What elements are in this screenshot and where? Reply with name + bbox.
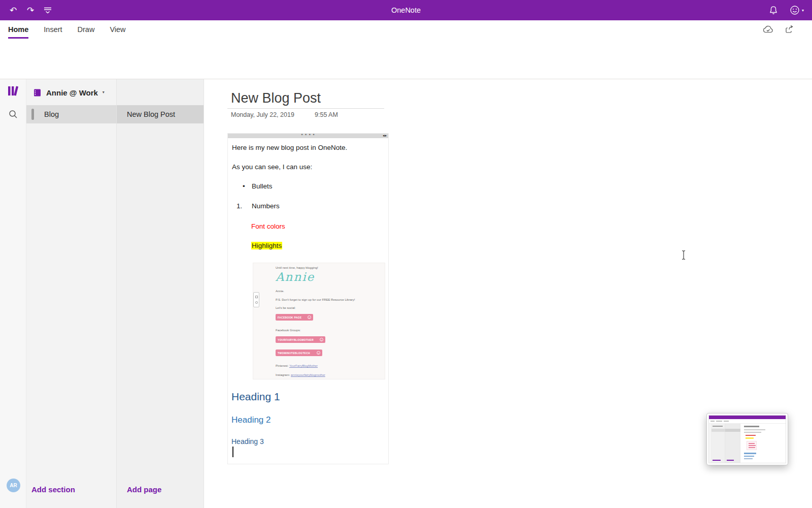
app-title: OneNote <box>0 0 812 20</box>
tab-insert[interactable]: Insert <box>44 20 62 39</box>
search-button[interactable] <box>8 109 19 120</box>
paragraph[interactable]: Here is my new blog post in OneNote. <box>232 144 347 151</box>
titlebar-right-controls: ▾ <box>766 3 804 17</box>
tab-draw[interactable]: Draw <box>78 20 95 39</box>
share-button[interactable] <box>785 25 794 34</box>
notebooks-button[interactable] <box>7 84 20 98</box>
share-icon <box>785 25 794 34</box>
embedded-image[interactable]: Until next time, happy blogging! Annie A… <box>253 263 385 379</box>
outline-resize-handle[interactable]: ◂▸ <box>383 134 387 138</box>
image-groups-text: Facebook Groups: <box>276 329 300 332</box>
page-title[interactable]: New Blog Post <box>231 90 321 106</box>
titlebar-left-controls: ↶ ↷ <box>6 3 55 17</box>
image-name-text: Annie. <box>276 290 284 293</box>
pages-panel: New Blog Post Add page <box>117 79 204 508</box>
notebook-switcher[interactable]: Annie @ Work ▾ <box>26 83 116 102</box>
outline-handle-dots-icon: • • • • <box>228 132 388 137</box>
ribbon: ▾ Paste Cut Copy Format Calibri ▾ 11 ▾ ▾ <box>0 39 812 79</box>
image-social-text: Let's be social: <box>276 306 296 309</box>
save-widget-icon <box>255 296 258 298</box>
sections-panel: Annie @ Work ▾ Blog Add section <box>26 79 117 508</box>
preview-window <box>708 415 786 463</box>
note-outline[interactable]: • • • • ◂▸ Here is my new blog post in O… <box>227 133 389 464</box>
save-widget-icon <box>255 301 258 304</box>
page-item-new-blog-post[interactable]: New Blog Post <box>117 105 204 123</box>
titlebar: ↶ ↷ OneNote ▾ <box>0 0 812 20</box>
notebook-icon <box>33 88 42 97</box>
preview-body <box>709 424 786 463</box>
section-label: Blog <box>44 110 59 118</box>
ribbon-tab-row: Home Insert Draw View <box>0 20 812 39</box>
section-color-bar <box>31 109 34 120</box>
font-colors-text[interactable]: Font colors <box>251 223 285 230</box>
image-save-widget[interactable] <box>253 292 259 307</box>
redo-button[interactable]: ↷ <box>23 3 38 17</box>
button-arrow-icon: › <box>317 351 320 355</box>
outline-drag-handle[interactable]: • • • • ◂▸ <box>228 134 388 138</box>
user-avatar[interactable]: AR <box>7 479 20 492</box>
tab-view[interactable]: View <box>110 20 125 39</box>
highlighted-text[interactable]: Highlights <box>251 242 282 249</box>
notebook-name: Annie @ Work <box>46 88 98 97</box>
app-rail: AR <box>0 79 26 508</box>
image-instagram-line: Instagram: annieyourfairyblogmother <box>276 373 325 376</box>
title-divider <box>227 108 384 109</box>
bell-icon <box>769 6 778 15</box>
notebook-dropdown-icon: ▾ <box>103 90 105 94</box>
mouse-ibeam-cursor <box>681 250 687 262</box>
paragraph[interactable]: As you can see, I can use: <box>232 163 312 171</box>
image-signature-text: Annie <box>276 270 315 283</box>
preview-ribbon <box>709 419 786 424</box>
image-closing-text: Until next time, happy blogging! <box>276 266 318 269</box>
page-time: 9:55 AM <box>315 111 338 118</box>
undo-icon: ↶ <box>10 5 17 16</box>
text-caret <box>232 447 233 457</box>
image-pinterest-line: Pinterest: YourFairyBlogMother <box>276 364 318 367</box>
avatar-initials: AR <box>10 483 17 488</box>
account-icon <box>790 5 800 15</box>
page-label: New Blog Post <box>127 110 175 118</box>
screen-preview-thumbnail[interactable] <box>706 413 788 465</box>
bullet-list-item[interactable]: Bullets <box>252 182 273 190</box>
onenote-window: ↶ ↷ OneNote ▾ Home Insert Draw View <box>0 0 812 508</box>
cloud-sync-icon <box>762 25 773 34</box>
facebook-page-button: FACEBOOK PAGE› <box>276 314 313 321</box>
button-arrow-icon: › <box>320 338 323 341</box>
ribbon-display-options-button[interactable] <box>41 3 55 17</box>
redo-icon: ↷ <box>27 5 34 16</box>
bullet-icon: • <box>243 182 245 190</box>
yourfairyblogmother-button: YOURFAIRYBLOGMOTHER› <box>276 336 325 343</box>
button-arrow-icon: › <box>308 315 311 319</box>
search-icon <box>8 109 18 119</box>
section-item-blog[interactable]: Blog <box>26 105 116 123</box>
tab-home[interactable]: Home <box>8 20 28 39</box>
preview-titlebar <box>709 416 786 419</box>
ribbon-options-icon <box>44 7 52 14</box>
heading-2-text[interactable]: Heading 2 <box>231 415 271 425</box>
image-ps-text: P.S. Don't forget to sign up for our FRE… <box>276 298 355 301</box>
account-menu-button[interactable]: ▾ <box>790 5 804 15</box>
notebooks-library-icon <box>7 85 19 97</box>
number-prefix: 1. <box>236 202 242 210</box>
account-chevron-icon: ▾ <box>802 8 804 13</box>
heading-1-text[interactable]: Heading 1 <box>231 391 280 403</box>
undo-button[interactable]: ↶ <box>6 3 20 17</box>
page-date: Monday, July 22, 2019 <box>231 111 294 118</box>
heading-3-text[interactable]: Heading 3 <box>231 437 264 446</box>
numbered-list-item[interactable]: Numbers <box>252 202 280 210</box>
add-page-button[interactable]: Add page <box>127 481 161 498</box>
sync-status-button[interactable] <box>762 25 773 34</box>
add-section-button[interactable]: Add section <box>31 481 75 498</box>
notifications-button[interactable] <box>766 3 781 17</box>
twominuteblogtech-button: TWOMINUTEBLOGTECH› <box>276 350 322 356</box>
